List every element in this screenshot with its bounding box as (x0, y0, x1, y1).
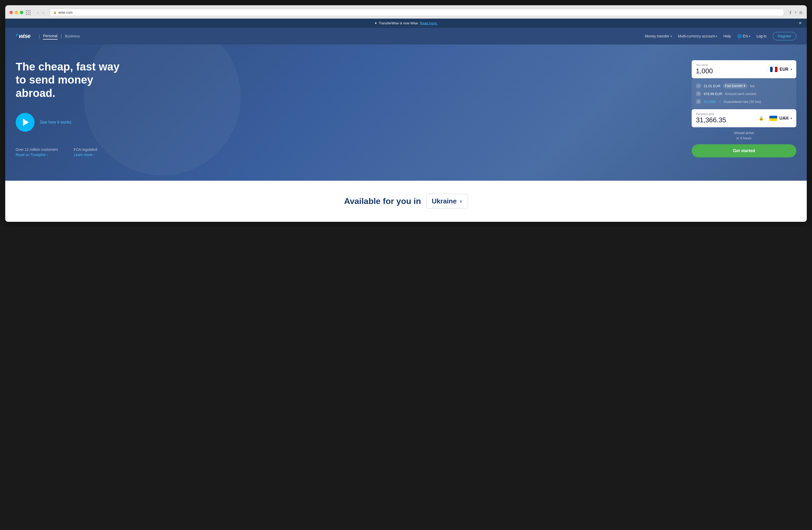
send-input-box: You send EUR ▾ (692, 60, 796, 78)
calculator-widget: You send EUR ▾ (692, 60, 796, 157)
page-content: ✦ TransferWise is now Wise. Read more. ×… (5, 18, 807, 222)
register-button[interactable]: Register (773, 32, 796, 40)
money-transfer-chevron: ▾ (670, 35, 672, 38)
browser-action-buttons: ⬆ + ⊞ (789, 10, 802, 15)
recipient-currency-code: UAH (779, 116, 788, 121)
play-button[interactable] (16, 113, 34, 132)
transfer-type-selector[interactable]: Fast transfer ▾ (723, 83, 748, 88)
recipient-input-box: Recipient gets 🔒 UAH ▾ (692, 109, 796, 127)
nav-divider: | (39, 33, 40, 39)
fca-stat: FCA regulated Learn more › (74, 148, 97, 157)
navigation-controls: ‹ › (37, 10, 45, 15)
language-chevron: ▾ (749, 35, 750, 38)
fee-row: − 21.01 EUR Fast transfer ▾ fee (696, 82, 792, 90)
get-started-button[interactable]: Get started (692, 144, 796, 157)
recipient-amount-input[interactable] (696, 116, 759, 124)
business-tab[interactable]: Business (65, 33, 80, 39)
rate-trend-icon: ↘ (719, 100, 721, 103)
security-icon: 🔒 (53, 11, 57, 14)
recipient-label: Recipient gets (696, 112, 759, 115)
share-icon[interactable]: ⬆ (789, 10, 792, 15)
multiply-symbol: × (696, 99, 701, 104)
send-amount-input[interactable] (696, 67, 767, 75)
learn-more-arrow: › (93, 153, 95, 157)
globe-icon: 🌐 (737, 34, 742, 38)
arrival-info: Should arrive in 5 hours (692, 130, 796, 141)
address-bar[interactable]: 🔒 wise.com (50, 9, 784, 16)
recipient-currency-chevron: ▾ (791, 116, 792, 120)
multicurrency-label: Multi-currency account (678, 34, 715, 38)
learn-more-text: Learn more (74, 153, 92, 157)
browser-titlebar: ‹ › 🔒 wise.com ⬆ + ⊞ (5, 5, 807, 18)
fee-details: − 21.01 EUR Fast transfer ▾ fee = 978.99… (692, 79, 796, 109)
uah-flag (769, 116, 777, 121)
back-button[interactable]: ‹ (37, 10, 40, 15)
convert-row: = 978.99 EUR Amount we'll convert (696, 90, 792, 98)
traffic-lights (10, 11, 23, 14)
recipient-currency-selector[interactable]: UAH ▾ (766, 116, 792, 121)
transfer-type-chevron: ▾ (744, 84, 745, 88)
trustpilot-arrow: › (46, 153, 48, 157)
see-how-link[interactable]: See how it works (40, 120, 71, 125)
nav-links: Money transfer ▾ Multi-currency account … (645, 32, 796, 40)
logo-text: wise (19, 33, 30, 40)
multicurrency-nav[interactable]: Multi-currency account ▾ (678, 34, 717, 38)
money-transfer-nav[interactable]: Money transfer ▾ (645, 34, 671, 38)
play-icon (23, 118, 29, 126)
apps-grid-icon (26, 10, 31, 15)
rate-row: × 32.0395 ↘ Guaranteed rate (30 hrs) (696, 98, 792, 106)
language-label: EN (743, 34, 748, 38)
country-name: Ukraine (432, 197, 456, 205)
eur-flag (770, 67, 778, 72)
announcement-link[interactable]: Read more. (420, 21, 438, 25)
minimize-button[interactable] (15, 11, 18, 14)
wise-star-icon: ✦ (374, 21, 377, 25)
equals-symbol: = (696, 91, 701, 96)
new-tab-icon[interactable]: + (794, 10, 797, 15)
wise-logo[interactable]: ⁷ wise (16, 33, 30, 40)
country-selector[interactable]: Ukraine ∨ (426, 194, 468, 209)
announcement-text: TransferWise is now Wise. (379, 21, 419, 25)
browser-window: ‹ › 🔒 wise.com ⬆ + ⊞ ✦ TransferWise is n… (5, 5, 807, 222)
multicurrency-chevron: ▾ (716, 35, 717, 38)
close-announcement-button[interactable]: × (799, 20, 801, 26)
fee-label: fee (750, 84, 755, 88)
trustpilot-text: Read on Trustpilot (16, 153, 45, 157)
rate-value: 32.0395 (704, 100, 716, 104)
login-link[interactable]: Log in (756, 34, 767, 38)
fca-label: FCA regulated (74, 148, 97, 152)
hero-section: The cheap, fast way to send money abroad… (5, 44, 807, 181)
forward-button[interactable]: › (42, 10, 45, 15)
help-nav[interactable]: Help (723, 34, 731, 38)
announcement-banner: ✦ TransferWise is now Wise. Read more. × (5, 18, 807, 28)
lock-icon: 🔒 (759, 116, 764, 121)
country-chevron: ∨ (459, 199, 463, 204)
send-currency-code: EUR (780, 67, 788, 72)
money-transfer-label: Money transfer (645, 34, 669, 38)
close-button[interactable] (10, 11, 13, 14)
rate-label: Guaranteed rate (30 hrs) (724, 100, 761, 104)
arrival-line2: in 5 hours (736, 136, 751, 140)
fee-amount: 21.01 EUR (704, 84, 721, 88)
minus-symbol: − (696, 83, 701, 88)
send-currency-selector[interactable]: EUR ▾ (767, 67, 792, 72)
personal-tab[interactable]: Personal (43, 33, 57, 40)
trustpilot-link[interactable]: Read on Trustpilot › (16, 153, 58, 157)
arrival-line1: Should arrive (734, 131, 754, 135)
convert-label: Amount we'll convert (725, 92, 756, 96)
transfer-type-label: Fast transfer (725, 84, 743, 88)
nav-divider-2: | (61, 33, 62, 39)
send-label: You send (696, 64, 767, 67)
send-currency-chevron: ▾ (791, 68, 792, 71)
available-title: Available for you in (344, 196, 421, 206)
url-text: wise.com (58, 11, 72, 14)
recipient-inner: Recipient gets (696, 112, 759, 124)
maximize-button[interactable] (20, 11, 23, 14)
convert-amount: 978.99 EUR (704, 92, 722, 96)
language-nav[interactable]: 🌐 EN ▾ (737, 34, 750, 38)
learn-more-link[interactable]: Learn more › (74, 153, 97, 157)
navbar: ⁷ wise | Personal | Business Money trans… (5, 28, 807, 44)
send-input-inner: You send (696, 64, 767, 75)
help-label: Help (723, 34, 731, 38)
tabs-icon[interactable]: ⊞ (799, 10, 802, 15)
